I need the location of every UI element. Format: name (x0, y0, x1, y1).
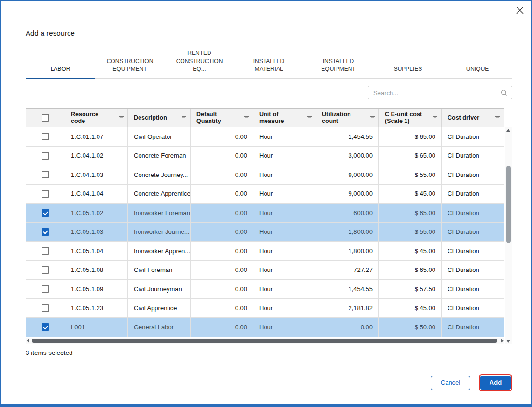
search-input[interactable] (368, 89, 501, 96)
table-row[interactable]: 1.C.04.1.02 Concrete Foreman 0.00 Hour 3… (26, 147, 504, 166)
add-button-highlight: Add (479, 374, 512, 391)
horizontal-scrollbar-thumb[interactable] (32, 339, 497, 343)
table-row[interactable]: 1.C.05.1.23 Civil Apprentice 0.00 Hour 2… (26, 299, 504, 318)
cell-unit-of-measure: Hour (253, 165, 316, 184)
tab-rented-construction-equipment[interactable]: RENTED CONSTRUCTION EQ... (165, 49, 234, 78)
cell-description: Civil Operator (128, 127, 191, 146)
row-checkbox[interactable] (42, 247, 49, 255)
tab-label: CONSTRUCTION EQUIPMENT (107, 58, 154, 72)
cell-utilization-count: 9,000.00 (316, 165, 379, 184)
column-header-utilization-count[interactable]: Utilization count (316, 109, 379, 127)
row-checkbox[interactable] (42, 190, 49, 198)
cell-utilization-count: 3,000.00 (316, 147, 379, 165)
row-checkbox[interactable] (42, 323, 49, 331)
column-header-default-quantity[interactable]: Default Quantity (191, 109, 253, 127)
cell-unit-of-measure: Hour (253, 185, 316, 204)
table-row[interactable]: 1.C.05.1.03 Ironworker Journe... 0.00 Ho… (26, 223, 504, 242)
tab-label: INSTALLED MATERIAL (253, 58, 284, 72)
cell-resource-code: 1.C.05.1.23 (65, 299, 128, 318)
column-label: Cost driver (448, 114, 479, 121)
column-header-unit-cost[interactable]: C E-unit cost (Scale 1) (379, 109, 442, 127)
table-body: 1.C.01.1.07 Civil Operator 0.00 Hour 1,4… (26, 127, 504, 337)
tab-construction-equipment[interactable]: CONSTRUCTION EQUIPMENT (95, 57, 165, 78)
row-select-cell (26, 242, 65, 260)
row-checkbox[interactable] (42, 133, 49, 140)
cell-resource-code: 1.C.01.1.07 (65, 127, 128, 146)
row-checkbox[interactable] (42, 171, 49, 178)
cell-unit-of-measure: Hour (253, 318, 316, 337)
row-checkbox[interactable] (42, 285, 49, 293)
cell-utilization-count: 1,800.00 (316, 242, 379, 260)
search-icon[interactable] (501, 89, 508, 96)
column-header-cost-driver[interactable]: Cost driver (442, 109, 504, 127)
filter-icon[interactable] (118, 114, 125, 121)
table-row[interactable]: 1.C.04.1.03 Concrete Journey... 0.00 Hou… (26, 165, 504, 185)
cell-default-quantity: 0.00 (191, 318, 253, 337)
cell-description: Ironworker Foreman (128, 204, 191, 222)
column-header-unit-of-measure[interactable]: Unit of measure (253, 109, 316, 127)
tab-bar: LABOR CONSTRUCTION EQUIPMENT RENTED CONS… (26, 57, 512, 79)
selection-status: 3 items selected (26, 349, 73, 356)
filter-icon[interactable] (243, 114, 250, 121)
cell-default-quantity: 0.00 (191, 165, 253, 184)
cell-unit-cost: $ 65.00 (379, 261, 442, 280)
tab-labor[interactable]: LABOR (26, 65, 95, 78)
column-label: Description (134, 114, 167, 121)
table-row[interactable]: 1.C.01.1.07 Civil Operator 0.00 Hour 1,4… (26, 127, 504, 147)
cell-unit-cost: $ 45.00 (379, 242, 442, 260)
table-row[interactable]: 1.C.04.1.04 Concrete Apprentice 0.00 Hou… (26, 185, 504, 204)
row-checkbox[interactable] (42, 209, 49, 217)
cell-resource-code: 1.C.05.1.09 (65, 280, 128, 298)
tab-unique[interactable]: UNIQUE (443, 65, 512, 78)
cell-utilization-count: 1,800.00 (316, 223, 379, 242)
filter-icon[interactable] (432, 114, 438, 121)
row-select-cell (26, 261, 65, 280)
table-row[interactable]: L001 General Labor 0.00 Hour 0.00 $ 50.0… (26, 318, 504, 337)
cell-utilization-count: 1,454.55 (316, 127, 379, 146)
cell-description: Concrete Foreman (128, 147, 191, 165)
tab-installed-equipment[interactable]: INSTALLED EQUIPMENT (304, 57, 373, 78)
scroll-right-icon[interactable] (501, 339, 504, 343)
tab-supplies[interactable]: SUPPLIES (373, 65, 443, 78)
column-label: Utilization count (322, 111, 364, 125)
cell-cost-driver: CI Duration (442, 127, 504, 146)
cell-default-quantity: 0.00 (191, 261, 253, 280)
table-row[interactable]: 1.C.05.1.02 Ironworker Foreman 0.00 Hour… (26, 204, 504, 223)
filter-icon[interactable] (181, 114, 187, 121)
row-checkbox[interactable] (42, 304, 49, 312)
tab-installed-material[interactable]: INSTALLED MATERIAL (234, 57, 304, 78)
column-header-resource-code[interactable]: Resource code (65, 109, 128, 127)
close-icon[interactable] (515, 5, 525, 15)
table-row[interactable]: 1.C.05.1.04 Ironworker Appren... 0.00 Ho… (26, 242, 504, 261)
scroll-down-icon[interactable] (506, 340, 510, 343)
cancel-button[interactable]: Cancel (431, 376, 470, 390)
add-resource-dialog: Add a resource LABOR CONSTRUCTION EQUIPM… (0, 0, 532, 407)
horizontal-scrollbar[interactable] (26, 338, 504, 344)
row-checkbox[interactable] (42, 266, 49, 274)
select-all-checkbox[interactable] (42, 114, 49, 122)
filter-icon[interactable] (369, 114, 376, 121)
scroll-up-icon[interactable] (506, 129, 510, 132)
tab-label: SUPPLIES (394, 66, 422, 72)
row-checkbox[interactable] (42, 228, 49, 236)
filter-icon[interactable] (494, 114, 501, 121)
table-row[interactable]: 1.C.05.1.09 Civil Journeyman 0.00 Hour 1… (26, 280, 504, 299)
vertical-scrollbar-thumb[interactable] (506, 166, 511, 243)
scroll-left-icon[interactable] (27, 339, 29, 343)
footer-buttons: Cancel Add (431, 374, 512, 391)
cell-resource-code: 1.C.04.1.04 (65, 185, 128, 204)
column-header-select (26, 109, 65, 127)
filter-icon[interactable] (306, 114, 313, 121)
column-label: C E-unit cost (Scale 1) (385, 111, 426, 125)
add-button[interactable]: Add (480, 376, 511, 390)
vertical-scrollbar[interactable] (505, 127, 512, 344)
table-row[interactable]: 1.C.05.1.08 Civil Foreman 0.00 Hour 727.… (26, 261, 504, 280)
row-select-cell (26, 223, 65, 242)
column-header-description[interactable]: Description (128, 109, 191, 127)
cell-utilization-count: 9,000.00 (316, 185, 379, 204)
cell-unit-of-measure: Hour (253, 204, 316, 222)
tab-label: LABOR (51, 66, 70, 72)
row-checkbox[interactable] (42, 152, 49, 160)
cell-cost-driver: CI Duration (442, 223, 504, 242)
cell-cost-driver: CI Duration (442, 242, 504, 260)
